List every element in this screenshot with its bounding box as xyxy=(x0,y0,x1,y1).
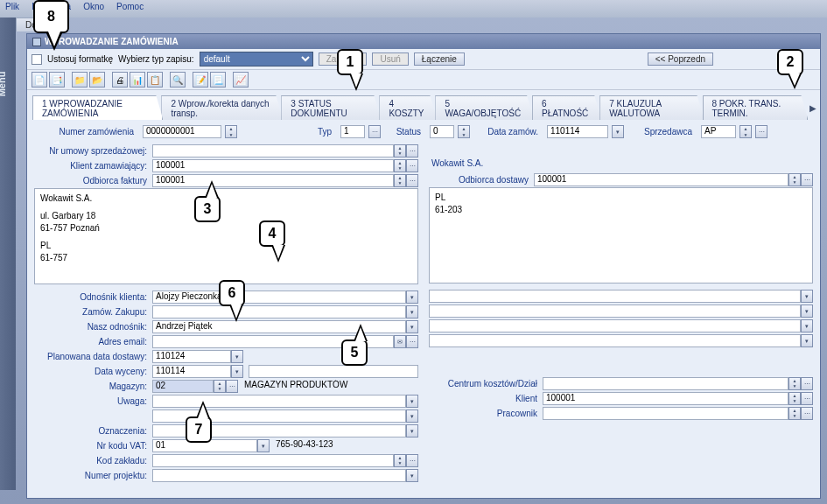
tab-1[interactable]: 1 WPROWADZANIE ZAMÓWIENIA xyxy=(32,95,163,120)
calendar-icon[interactable]: ▾ xyxy=(231,365,243,378)
lookup-icon[interactable]: ⋯ xyxy=(801,377,813,390)
tab-7[interactable]: 7 KLAUZULA WALUTOWA xyxy=(599,95,704,120)
left-col: Nr umowy sprzedażowej:▲▼⋯ Klient zamawia… xyxy=(34,144,418,483)
lookup-icon[interactable]: ▾ xyxy=(801,290,813,303)
zamzak-field[interactable] xyxy=(152,305,406,318)
spin-icon[interactable]: ▲▼ xyxy=(458,125,470,138)
lookup-icon[interactable]: ⋯ xyxy=(801,173,813,186)
tab-6[interactable]: 6 PŁATNOŚĆ xyxy=(532,95,601,120)
lookup-icon[interactable]: ▾ xyxy=(406,410,418,423)
menu-plik[interactable]: Plik xyxy=(5,2,19,16)
lookup-icon[interactable]: ⋯ xyxy=(406,144,418,158)
naszodn-field[interactable]: Andrzej Piątek xyxy=(152,320,406,333)
status-field[interactable]: 0 xyxy=(430,125,454,138)
spin-icon[interactable]: ▲▼ xyxy=(788,407,801,420)
datawyc-field[interactable]: 110114 xyxy=(152,365,231,378)
r-field-1[interactable] xyxy=(429,290,801,303)
calendar-icon[interactable]: ▾ xyxy=(612,125,624,138)
plandat-field[interactable]: 110124 xyxy=(152,350,231,363)
klient-r-field[interactable]: 100001 xyxy=(543,392,788,405)
odnkl-field[interactable]: Alojzy Pieczonka xyxy=(152,290,406,304)
toolbar-icon-3[interactable]: 📁 xyxy=(72,72,88,88)
r-field-4[interactable] xyxy=(429,334,801,347)
nrumowy-field[interactable] xyxy=(152,144,394,158)
lookup-icon[interactable]: ▾ xyxy=(801,319,813,332)
mail-icon[interactable]: ✉ xyxy=(394,335,406,348)
lookup-icon[interactable]: ▾ xyxy=(406,305,418,318)
tab-2[interactable]: 2 Wprow./korekta danych transp. xyxy=(161,95,283,120)
lookup-icon[interactable]: ⋯ xyxy=(226,380,238,393)
laczenie-button[interactable]: Łączenie xyxy=(414,52,465,66)
toolbar-icon-5[interactable]: 🖨 xyxy=(112,72,128,88)
spin-icon[interactable]: ▲▼ xyxy=(214,380,226,393)
spin-icon[interactable]: ▲▼ xyxy=(394,159,406,172)
lookup-icon[interactable]: ⋯ xyxy=(406,454,418,467)
toolbar-icon-2[interactable]: 📑 xyxy=(49,72,65,88)
r-field-3[interactable] xyxy=(429,319,801,332)
ustosuj-checkbox[interactable] xyxy=(32,54,42,65)
lookup-icon[interactable]: ▾ xyxy=(406,469,418,482)
spin-icon[interactable]: ▲▼ xyxy=(225,125,237,138)
odbfakt-field[interactable]: 100001 xyxy=(152,174,394,187)
lookup-icon[interactable]: ▾ xyxy=(406,290,418,304)
callout-2: 2 xyxy=(777,49,803,75)
spin-icon[interactable]: ▲▼ xyxy=(788,392,801,405)
menu-okno[interactable]: Okno xyxy=(83,2,104,16)
toolbar-icon-9[interactable]: 📝 xyxy=(193,72,208,88)
lookup-icon[interactable]: ⋯ xyxy=(801,392,813,405)
lookup-icon[interactable]: ▾ xyxy=(801,334,813,347)
toolbar-icon-1[interactable]: 📄 xyxy=(32,72,47,88)
menu-pomoc[interactable]: Pomoc xyxy=(116,2,144,16)
tab-8[interactable]: 8 POKR. TRANS. TERMIN. xyxy=(703,95,809,120)
kodzak-field[interactable] xyxy=(152,454,394,467)
toolbar-icon-11[interactable]: 📈 xyxy=(233,72,249,88)
lookup-icon[interactable]: ▾ xyxy=(406,320,418,333)
toolbar-icon-4[interactable]: 📂 xyxy=(89,72,105,88)
spin-icon[interactable]: ▲▼ xyxy=(788,173,801,186)
centrum-field[interactable] xyxy=(543,377,788,390)
spin-icon[interactable]: ▲▼ xyxy=(394,174,406,187)
prac-field[interactable] xyxy=(543,407,788,420)
lookup-icon[interactable]: ⋯ xyxy=(406,335,418,348)
numer-zam-field[interactable]: 0000000001 xyxy=(143,125,221,138)
kodzak-label: Kod zakładu: xyxy=(34,456,152,466)
lookup-icon[interactable]: ▾ xyxy=(406,395,418,408)
spin-icon[interactable]: ▲▼ xyxy=(739,125,752,138)
spin-icon[interactable]: ▲▼ xyxy=(788,377,801,390)
lookup-icon[interactable]: ⋯ xyxy=(755,125,767,138)
spin-icon[interactable]: ▲▼ xyxy=(394,454,406,467)
sprzedawca-field[interactable]: AP xyxy=(701,125,736,138)
odbdos-field[interactable]: 100001 xyxy=(534,173,788,186)
tab-4[interactable]: 4 KOSZTY xyxy=(379,95,437,120)
magazyn-field[interactable]: 02 xyxy=(152,380,214,393)
typ-field[interactable]: 1 xyxy=(340,125,365,138)
lookup-icon[interactable]: ⋯ xyxy=(801,407,813,420)
usun-button[interactable]: Usuń xyxy=(372,52,408,66)
uwaga-field[interactable] xyxy=(152,395,406,408)
lookup-icon[interactable]: ⋯ xyxy=(406,159,418,172)
tab-3[interactable]: 3 STATUS DOKUMENTU xyxy=(281,95,381,120)
datazam-field[interactable]: 110114 xyxy=(547,125,608,138)
tab-5[interactable]: 5 WAGA/OBJĘTOŚĆ xyxy=(435,95,534,120)
form-icon xyxy=(32,38,41,46)
window-title: WPROWADZANIE ZAMÓWIENIA xyxy=(45,37,179,46)
lookup-icon[interactable]: ▾ xyxy=(257,439,270,452)
lookup-icon[interactable]: ⋯ xyxy=(368,125,381,138)
zapis-select[interactable]: default xyxy=(200,52,313,66)
poprz-button[interactable]: << Poprzedn xyxy=(648,52,713,66)
nrproj-field[interactable] xyxy=(152,469,406,482)
toolbar-icon-7[interactable]: 📋 xyxy=(147,72,163,88)
lookup-icon[interactable]: ⋯ xyxy=(406,174,418,187)
toolbar-icon-6[interactable]: 📊 xyxy=(130,72,145,88)
tabs-scroll-right[interactable]: ▶ xyxy=(806,95,820,120)
klient-field[interactable]: 100001 xyxy=(152,159,394,172)
lookup-icon[interactable]: ▾ xyxy=(406,424,418,438)
toolbar-icon-10[interactable]: 📃 xyxy=(210,72,226,88)
calendar-icon[interactable]: ▾ xyxy=(231,350,243,363)
toolbar-icon-8[interactable]: 🔍 xyxy=(170,72,186,88)
r-field-2[interactable] xyxy=(429,304,801,318)
side-menu[interactable]: Menu xyxy=(0,18,16,490)
spin-icon[interactable]: ▲▼ xyxy=(394,144,406,158)
lookup-icon[interactable]: ▾ xyxy=(801,304,813,318)
naszodn-label: Nasz odnośnik: xyxy=(34,322,152,332)
